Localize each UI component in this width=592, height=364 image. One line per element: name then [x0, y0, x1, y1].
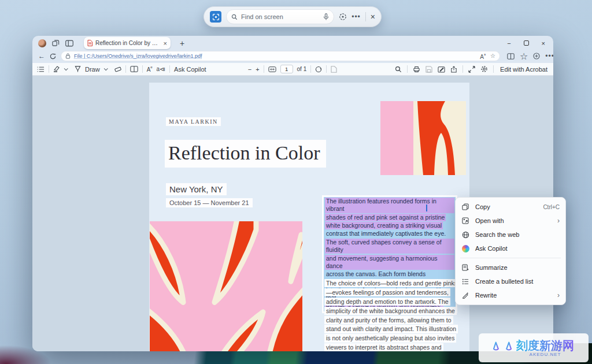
- maximize-button[interactable]: [524, 40, 529, 46]
- highlight-line[interactable]: white background, creating a striking vi…: [325, 222, 443, 229]
- submenu-chevron-icon: ›: [557, 217, 560, 225]
- search-icon: [231, 14, 238, 20]
- chevron-down-icon[interactable]: [64, 66, 68, 70]
- eraser-icon[interactable]: [114, 66, 121, 72]
- watermark-site: AKEDU.NET: [530, 352, 561, 357]
- highlight-line[interactable]: shades of red and pink set against a pri…: [325, 214, 446, 221]
- menu-label: Rewrite: [475, 292, 552, 299]
- copy-icon: [461, 203, 469, 211]
- file-lock-icon: [65, 53, 71, 59]
- workspaces-icon[interactable]: [52, 39, 60, 47]
- settings-more-icon[interactable]: •••: [545, 52, 553, 60]
- find-on-screen-bar: Find on screen ••• ×: [204, 6, 382, 27]
- highlight-line[interactable]: The illustration features rounded forms …: [325, 198, 454, 213]
- copilot-icon: [461, 244, 469, 252]
- menu-item-open-with[interactable]: Open with ›: [456, 214, 565, 228]
- gear-icon[interactable]: [480, 65, 488, 73]
- body-line: viewers to interpret its abstract shapes…: [324, 343, 443, 351]
- find-on-screen-input[interactable]: Find on screen: [226, 9, 334, 24]
- browser-tab[interactable]: Reflection in Color by Maya Larkin ×: [84, 37, 171, 49]
- artwork-top-right: [380, 101, 466, 175]
- menu-item-copy[interactable]: Copy Ctrl+C: [456, 200, 565, 214]
- page-view-icon[interactable]: [130, 66, 138, 72]
- bulleted-list-icon: [461, 277, 469, 285]
- zoom-in-button[interactable]: +: [256, 66, 259, 73]
- scales-icon: [493, 337, 512, 358]
- menu-item-bulleted-list[interactable]: Create a bulleted list: [456, 274, 565, 288]
- pdf-toolbar: Draw Aᵅ a⧏ Ask Copilot − + 1 of 1: [32, 63, 553, 76]
- body-line: adding depth and emotion to the artwork.…: [324, 298, 450, 306]
- highlight-line[interactable]: contrast that immediately captivates the…: [325, 230, 447, 237]
- page-count-label: of 1: [297, 66, 307, 72]
- watermark: 刻度新游网 AKEDU.NET: [479, 333, 589, 362]
- chevron-down-icon[interactable]: [103, 66, 108, 70]
- document-dates: October 15 — November 21: [166, 198, 253, 207]
- body-line: —evokes feelings of passion and tenderne…: [324, 288, 450, 296]
- context-visibility-icon[interactable]: [339, 13, 347, 21]
- favorites-icon[interactable]: ☆: [520, 51, 528, 62]
- split-screen-icon[interactable]: [507, 53, 515, 60]
- new-tab-button[interactable]: +: [180, 39, 184, 48]
- add-page-icon[interactable]: [331, 66, 337, 73]
- favorite-star-icon[interactable]: ☆: [490, 53, 495, 59]
- menu-label: Ask Copilot: [475, 245, 560, 252]
- print-icon[interactable]: [413, 66, 420, 73]
- refresh-icon[interactable]: [50, 53, 56, 60]
- highlighter-icon[interactable]: [53, 66, 60, 72]
- menu-item-rewrite[interactable]: Rewrite ›: [456, 288, 565, 302]
- more-options-icon[interactable]: •••: [352, 13, 361, 21]
- menu-label: Open with: [475, 217, 552, 224]
- menu-label: Copy: [475, 203, 537, 210]
- document-title: Reflection in Color: [165, 140, 326, 168]
- context-menu: Copy Ctrl+C Open with › Search the web A…: [455, 197, 566, 305]
- body-line: is not only aesthetically pleasing but a…: [324, 334, 456, 342]
- edit-with-acrobat-button[interactable]: Edit with Acrobat: [500, 66, 547, 73]
- rewrite-icon: [461, 291, 469, 299]
- fullscreen-icon[interactable]: [468, 66, 475, 73]
- draw-label[interactable]: Draw: [85, 66, 100, 73]
- window-close-button[interactable]: ×: [542, 40, 545, 47]
- highlight-line[interactable]: and movement, suggesting a harmonious da…: [325, 255, 454, 270]
- pdf-file-icon: [87, 40, 92, 46]
- read-aloud-icon[interactable]: Aᵅ: [147, 65, 153, 73]
- menu-item-search-web[interactable]: Search the web: [456, 228, 565, 242]
- tab-actions-icon[interactable]: [65, 40, 73, 47]
- save-as-icon[interactable]: [438, 66, 445, 73]
- menu-item-summarize[interactable]: Summarize: [456, 261, 565, 274]
- menu-item-ask-copilot[interactable]: Ask Copilot: [456, 242, 565, 255]
- collections-icon[interactable]: [533, 53, 540, 60]
- document-author: MAYA LARKIN: [166, 117, 221, 126]
- profile-avatar[interactable]: [38, 39, 46, 47]
- zoom-out-button[interactable]: −: [248, 66, 251, 73]
- text-caret: [426, 205, 427, 211]
- url-field[interactable]: File | C:/Users/Onedrive/s_izra/lovegive…: [61, 51, 500, 61]
- highlight-line[interactable]: The soft, curved shapes convey a sense o…: [325, 239, 454, 254]
- body-paragraph[interactable]: The choice of colors—bold reds and gentl…: [324, 279, 461, 351]
- body-line: clarity and purity of the forms, allowin…: [324, 316, 453, 324]
- save-icon[interactable]: [426, 66, 432, 73]
- screen-capture-app-icon[interactable]: [210, 11, 221, 23]
- watermark-name: 刻度新游网: [516, 339, 574, 352]
- translate-icon[interactable]: a⧏: [156, 66, 165, 72]
- share-icon[interactable]: [450, 66, 457, 73]
- microphone-icon[interactable]: [323, 13, 329, 20]
- tab-bar: Reflection in Color by Maya Larkin × + −…: [32, 36, 553, 49]
- rotate-icon[interactable]: [315, 66, 322, 73]
- search-document-icon[interactable]: [395, 66, 402, 73]
- read-aloud-icon[interactable]: Aᵃ: [480, 52, 486, 60]
- draw-pen-icon[interactable]: [75, 66, 81, 72]
- back-icon[interactable]: ←: [38, 52, 45, 60]
- find-placeholder: Find on screen: [241, 13, 320, 20]
- menu-label: Search the web: [475, 231, 560, 238]
- menu-separator: [460, 258, 561, 258]
- tab-close-icon[interactable]: ×: [164, 40, 167, 47]
- fit-width-icon[interactable]: [268, 66, 276, 72]
- menu-label: Summarize: [475, 264, 560, 271]
- close-icon[interactable]: ×: [371, 12, 375, 21]
- toc-menu-icon[interactable]: [37, 66, 45, 72]
- body-line: stand out with clarity and impact. This …: [324, 325, 458, 333]
- pdf-page: MAYA LARKIN Reflection in Color New York…: [149, 83, 469, 351]
- page-number-input[interactable]: 1: [280, 65, 293, 73]
- minimize-button[interactable]: −: [507, 40, 510, 47]
- ask-copilot-button[interactable]: Ask Copilot: [174, 66, 206, 73]
